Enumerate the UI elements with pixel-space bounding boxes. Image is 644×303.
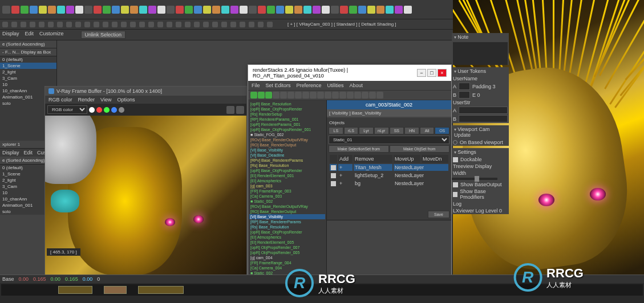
rs-menu-about[interactable]: About xyxy=(350,83,363,88)
transport-icon[interactable] xyxy=(267,22,273,27)
tree-item[interactable]: ■ Static_002 xyxy=(249,199,325,204)
timeline-clip[interactable] xyxy=(138,286,184,294)
save-button[interactable]: Save xyxy=(428,211,449,218)
transport-icon[interactable] xyxy=(94,22,99,27)
transport-icon[interactable] xyxy=(249,22,254,27)
note-header[interactable]: ▾ Note xyxy=(452,33,509,41)
tree-item[interactable]: [El] Atmospherics xyxy=(249,235,325,240)
rs-menu-file[interactable]: File xyxy=(252,83,260,88)
layer-row[interactable]: 1_Scene xyxy=(0,63,56,69)
showoutput-checkbox[interactable]: ✓ xyxy=(453,182,458,187)
transport-icon[interactable] xyxy=(66,22,72,27)
obj-row[interactable]: +lightSetup_2NestedLayer xyxy=(330,172,448,179)
vfb-tool-icon[interactable] xyxy=(236,106,244,114)
transport-icon[interactable] xyxy=(176,22,181,27)
timeline-clip[interactable] xyxy=(58,286,92,294)
transport-icon[interactable] xyxy=(21,22,26,27)
filter-lyr[interactable]: Lyr xyxy=(359,127,374,134)
channel-dot-white[interactable] xyxy=(89,107,95,113)
ut-a-input[interactable] xyxy=(459,83,470,90)
toolbar-icon[interactable] xyxy=(395,6,403,14)
obj-checkbox[interactable] xyxy=(331,173,336,178)
toolbar-icon[interactable] xyxy=(167,6,175,14)
toolbar-icon[interactable] xyxy=(148,6,156,14)
transport-icon[interactable] xyxy=(48,22,54,27)
transport-icon[interactable] xyxy=(103,22,108,27)
filter-rls[interactable]: rLS xyxy=(344,127,359,134)
render-preview-image[interactable] xyxy=(45,116,246,292)
obj-row[interactable]: +bgNestedLayer xyxy=(330,180,448,187)
close-button[interactable]: × xyxy=(438,69,447,77)
maximize-button[interactable]: □ xyxy=(427,69,436,77)
tree-item[interactable]: [opR] Base_ObjPropsRender xyxy=(249,107,325,112)
channel-select[interactable]: RGB color xyxy=(47,105,87,114)
rs-toolbar-icon[interactable] xyxy=(362,92,368,99)
rs-toolbar-icon[interactable] xyxy=(250,92,257,99)
transport-icon[interactable] xyxy=(185,22,191,27)
vfb-tool-icon[interactable] xyxy=(226,106,234,114)
col-remove[interactable]: Remove xyxy=(354,155,392,163)
col-moveup[interactable]: MoveUp xyxy=(394,155,420,163)
rs-toolbar-icon[interactable] xyxy=(354,92,361,99)
obj-checkbox[interactable] xyxy=(331,181,336,186)
transport-icon[interactable] xyxy=(258,22,264,27)
toolbar-icon[interactable] xyxy=(294,6,302,14)
static-dropdown[interactable]: Static_01 xyxy=(329,136,449,144)
unlink-button[interactable]: Unlink Selection xyxy=(81,31,126,39)
transport-icon[interactable] xyxy=(57,22,63,27)
toolbar-icon[interactable] xyxy=(84,6,92,14)
transport-icon[interactable] xyxy=(167,22,172,27)
toolbar-icon[interactable] xyxy=(11,6,19,14)
rs-toolbar-icon[interactable] xyxy=(280,92,287,99)
tree-item[interactable]: [opR] RendererParams_001 xyxy=(249,122,325,127)
menu-edit[interactable]: Edit xyxy=(25,31,34,39)
toolbar-icon[interactable] xyxy=(21,6,29,14)
toolbar-icon[interactable] xyxy=(367,6,375,14)
vfb-menu-item[interactable]: Render xyxy=(78,97,95,103)
layer-row[interactable]: 2_light xyxy=(0,69,56,75)
rs-toolbar-icon[interactable] xyxy=(332,92,339,99)
tree-item[interactable]: [Vi] Base_Visibility xyxy=(249,214,325,219)
channel-dot-blue[interactable] xyxy=(111,107,117,113)
toolbar-icon[interactable] xyxy=(103,6,111,14)
ut-b-input[interactable] xyxy=(459,91,470,99)
channel-dot-gray[interactable] xyxy=(119,107,124,113)
rs-toolbar-icon[interactable] xyxy=(302,92,309,99)
transport-icon[interactable] xyxy=(157,22,163,27)
rs-toolbar-icon[interactable] xyxy=(325,92,331,99)
filter-ss[interactable]: SS xyxy=(390,127,404,134)
menu-display[interactable]: Display xyxy=(2,31,19,39)
radio-icon[interactable] xyxy=(453,140,457,145)
toolbar-icon[interactable] xyxy=(349,6,357,14)
rs-toolbar-icon[interactable] xyxy=(369,92,376,99)
transport-icon[interactable] xyxy=(148,22,154,27)
menu-customize[interactable]: Customize xyxy=(39,31,64,39)
rs-toolbar-icon[interactable] xyxy=(339,92,346,99)
rs-menu-preference[interactable]: Preference xyxy=(297,83,322,88)
layer-row[interactable]: 3_Cam xyxy=(0,75,56,81)
channel-dot-green[interactable] xyxy=(104,107,110,113)
transport-icon[interactable] xyxy=(221,22,227,27)
tree-item[interactable]: [ROv] Base_RenderOutputVRay xyxy=(249,137,325,142)
vfb-menu-item[interactable]: RGB color xyxy=(48,97,72,103)
toolbar-icon[interactable] xyxy=(39,6,47,14)
toolbar-icon[interactable] xyxy=(2,6,10,14)
note-field[interactable] xyxy=(453,42,508,65)
tree-item[interactable]: [opR] ObjPropsRender_005 xyxy=(249,250,325,255)
rs-active-tab[interactable]: cam_003/Static_002 xyxy=(327,100,451,109)
width-slider[interactable] xyxy=(452,178,497,180)
transport-icon[interactable] xyxy=(30,22,35,27)
toolbar-icon[interactable] xyxy=(258,6,266,14)
tree-item[interactable]: [El] RenderElement_005 xyxy=(249,240,325,245)
toolbar-icon[interactable] xyxy=(66,6,74,14)
transport-icon[interactable] xyxy=(203,22,209,27)
minimize-button[interactable]: − xyxy=(417,69,426,77)
tree-item[interactable]: [El] Atmospherics xyxy=(249,178,325,183)
toolbar-icon[interactable] xyxy=(331,6,339,14)
viewport-tabs[interactable]: [ + ] [ VRayCam_003 ] [ Standard ] [ Def… xyxy=(287,22,396,27)
toolbar-icon[interactable] xyxy=(230,6,238,14)
tree-item[interactable]: [RP] RendererParams_001 xyxy=(249,117,325,122)
toolbar-icon[interactable] xyxy=(94,6,102,14)
tree-item[interactable]: [FR] FrameRange_003 xyxy=(249,189,325,194)
toolbar-icon[interactable] xyxy=(358,6,366,14)
